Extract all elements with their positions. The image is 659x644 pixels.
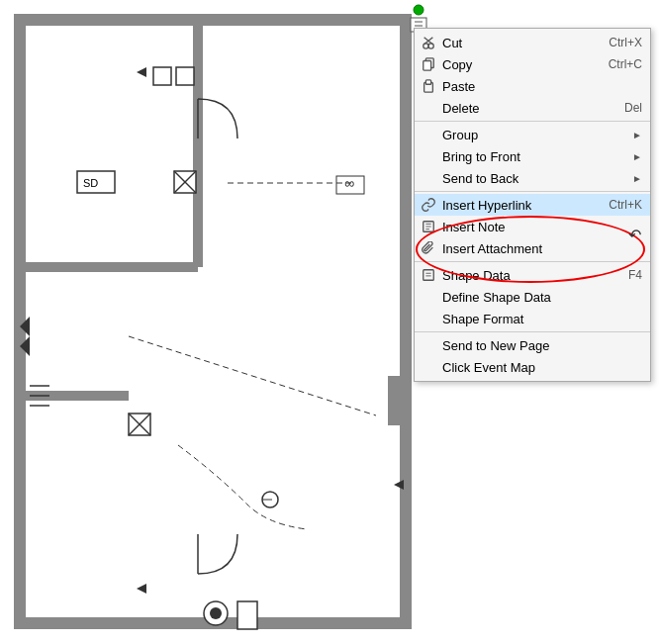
svg-rect-45 [425,80,430,84]
send-to-new-page-label: Send to New Page [442,338,549,353]
shape-data-icon [419,265,438,285]
separator-1 [415,121,650,122]
svg-rect-32 [388,376,406,425]
menu-item-delete[interactable]: Delete Del [415,97,650,119]
svg-point-38 [424,44,428,48]
svg-point-30 [210,607,222,619]
delete-shortcut: Del [624,101,642,115]
menu-item-bring-to-front[interactable]: Bring to Front ► [415,145,650,167]
bring-to-front-arrow: ► [632,151,642,162]
note-icon [419,217,438,236]
menu-item-insert-note[interactable]: Insert Note [415,216,650,237]
define-shape-data-label: Define Shape Data [442,290,551,305]
copy-shortcut: Ctrl+C [609,57,642,71]
menu-item-shape-data[interactable]: Shape Data F4 [415,264,650,286]
svg-rect-31 [237,601,257,629]
group-label: Group [442,128,478,142]
svg-text:SD: SD [83,177,98,189]
svg-rect-9 [153,67,171,85]
menu-item-paste[interactable]: Paste [415,75,650,97]
menu-item-group[interactable]: Group ► [415,124,650,145]
cut-label: Cut [442,36,462,50]
separator-3 [415,261,650,262]
shape-data-shortcut: F4 [628,268,642,282]
menu-item-insert-hyperlink[interactable]: Insert Hyperlink Ctrl+K [415,194,650,216]
svg-rect-43 [424,61,431,71]
svg-rect-0 [20,20,406,623]
cursor-pointer: ↶ [628,226,641,244]
send-to-back-arrow: ► [632,173,642,184]
hyperlink-icon [419,195,438,215]
svg-rect-50 [424,270,434,281]
svg-text:∞: ∞ [344,175,354,191]
bring-to-front-label: Bring to Front [442,149,520,164]
svg-point-39 [428,44,433,48]
menu-item-send-to-new-page[interactable]: Send to New Page [415,334,650,356]
cut-shortcut: Ctrl+X [609,36,642,49]
insert-hyperlink-shortcut: Ctrl+K [609,198,642,212]
svg-marker-11 [137,67,146,77]
group-arrow: ► [632,130,642,140]
delete-label: Delete [442,101,480,116]
paste-label: Paste [442,79,475,94]
insert-hyperlink-label: Insert Hyperlink [442,198,531,213]
svg-line-6 [129,336,376,415]
insert-note-label: Insert Note [442,220,506,234]
copy-label: Copy [442,57,472,72]
menu-item-define-shape-data[interactable]: Define Shape Data [415,286,650,308]
separator-2 [415,191,650,192]
context-menu: Cut Ctrl+X Copy Ctrl+C Paste Delete Del … [414,28,651,382]
cut-icon [419,33,438,52]
menu-item-cut[interactable]: Cut Ctrl+X [415,32,650,53]
menu-item-copy[interactable]: Copy Ctrl+C [415,53,650,75]
shape-data-label: Shape Data [442,268,511,283]
copy-icon [419,54,438,74]
menu-item-click-event-map[interactable]: Click Event Map [415,356,650,378]
canvas: SD ∞ [0,0,659,644]
menu-item-send-to-back[interactable]: Send to Back ► [415,167,650,189]
click-event-map-label: Click Event Map [442,360,535,375]
separator-4 [415,331,650,332]
svg-marker-33 [394,480,404,490]
svg-point-34 [414,5,424,15]
send-to-back-label: Send to Back [442,171,518,186]
svg-rect-10 [176,67,194,85]
shape-format-label: Shape Format [442,312,523,326]
svg-marker-12 [137,584,146,594]
menu-item-shape-format[interactable]: Shape Format [415,308,650,329]
paste-icon [419,76,438,96]
insert-attachment-label: Insert Attachment [442,241,542,256]
menu-item-insert-attachment[interactable]: Insert Attachment [415,237,650,259]
attachment-icon [419,238,438,258]
